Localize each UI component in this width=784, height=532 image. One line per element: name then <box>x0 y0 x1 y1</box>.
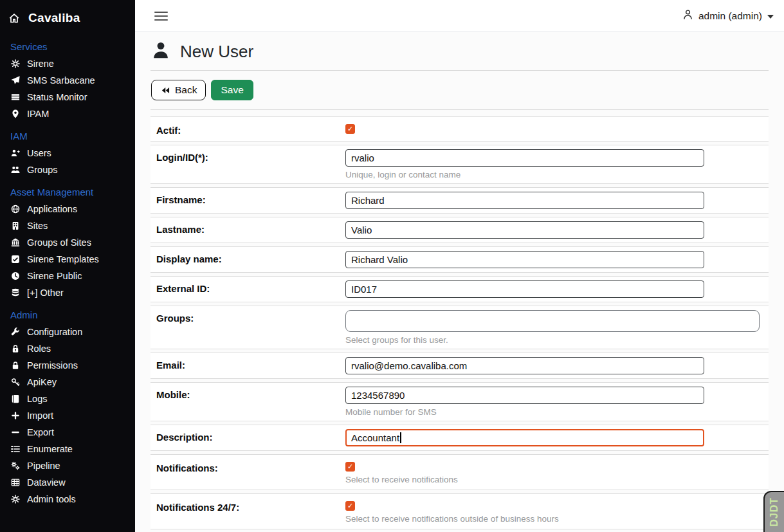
notifications-label: Notifications: <box>150 460 345 484</box>
external-id-input[interactable] <box>345 280 704 298</box>
actif-label: Actif: <box>150 122 345 136</box>
sidebar-item-label: Status Monitor <box>27 92 87 102</box>
notifications-24-7-label: Notifications 24/7: <box>150 499 345 524</box>
sidebar-item-logs[interactable]: Logs <box>0 390 135 407</box>
login-id-input[interactable] <box>345 149 704 167</box>
menu-icon[interactable] <box>153 9 169 23</box>
sidebar-item-sirene[interactable]: Sirene <box>0 55 135 72</box>
person-icon <box>682 9 693 23</box>
groups-select[interactable] <box>345 310 760 332</box>
sidebar-item-enumerate[interactable]: Enumerate <box>0 441 135 457</box>
display-name-input[interactable] <box>345 251 704 268</box>
sidebar-item-sites[interactable]: Sites <box>0 217 135 234</box>
description-input[interactable]: Accountant <box>345 429 704 446</box>
sidebar: Cavaliba ServicesSireneSMS SarbacaneStat… <box>0 0 135 532</box>
page-title: New User <box>180 42 253 62</box>
groups-label: Groups: <box>150 310 345 345</box>
main-content: New User Back Save Actif:✓Login/ID(*):Un… <box>135 32 784 532</box>
sidebar-section-title: Admin <box>0 301 135 324</box>
globe-icon <box>10 205 21 214</box>
map-pin-icon <box>10 109 21 119</box>
sidebar-item-label: Sirene <box>27 59 54 69</box>
external-id-label: External ID: <box>150 280 345 298</box>
sidebar-item-permissions[interactable]: Permissions <box>0 357 135 374</box>
caret-down-icon <box>767 15 774 19</box>
key-icon <box>10 378 21 387</box>
sidebar-item-applications[interactable]: Applications <box>0 201 135 217</box>
sidebar-item-groups[interactable]: Groups <box>0 161 135 178</box>
sidebar-item-label: Sirene Public <box>27 271 82 281</box>
sidebar-item-export[interactable]: Export <box>0 424 135 441</box>
sidebar-item-sirene-public[interactable]: Sirene Public <box>0 268 135 284</box>
user-label: admin (admin) <box>698 10 762 22</box>
sidebar-item-apikey[interactable]: ApiKey <box>0 374 135 390</box>
book-icon <box>10 394 21 404</box>
mobile-label: Mobile: <box>150 387 345 417</box>
sidebar-item-status-monitor[interactable]: Status Monitor <box>0 89 135 105</box>
sidebar-item-sms-sarbacane[interactable]: SMS Sarbacane <box>0 72 135 89</box>
sidebar-section-title: Asset Management <box>0 178 135 201</box>
gear-icon <box>10 59 21 69</box>
email-input[interactable] <box>345 357 704 374</box>
form-row-actif: Actif:✓ <box>150 116 769 142</box>
sidebar-item-label: Export <box>27 427 54 437</box>
sidebar-item-admin-tools[interactable]: Admin tools <box>0 491 135 508</box>
form-row-mobile: Mobile:Mobile number for SMS <box>150 382 769 421</box>
sidebar-item-label: IPAM <box>27 109 49 119</box>
minus-icon <box>10 428 21 437</box>
form-row-email: Email: <box>150 353 769 379</box>
sidebar-item-import[interactable]: Import <box>0 407 135 424</box>
sidebar-item-label: Groups of Sites <box>27 237 91 248</box>
lastname-label: Lastname: <box>150 221 345 239</box>
clock-icon <box>10 271 21 281</box>
sidebar-item-users[interactable]: Users <box>0 145 135 161</box>
notifications-24-7-checkbox[interactable]: ✓ <box>345 501 355 511</box>
save-button[interactable]: Save <box>211 80 253 100</box>
display-name-label: Display name: <box>150 251 345 268</box>
wrench-icon <box>10 327 21 337</box>
actif-checkbox[interactable]: ✓ <box>345 124 355 134</box>
form-row-external-id: External ID: <box>150 276 769 302</box>
gear-icon <box>10 495 21 504</box>
list-icon <box>10 445 21 454</box>
back-button[interactable]: Back <box>151 80 206 100</box>
sidebar-item-dataview[interactable]: Dataview <box>0 474 135 491</box>
sidebar-item-configuration[interactable]: Configuration <box>0 324 135 340</box>
sidebar-item-label: Pipeline <box>27 461 60 471</box>
sidebar-item-ipam[interactable]: IPAM <box>0 105 135 122</box>
debug-toolbar-handle[interactable]: DJDT <box>763 491 784 532</box>
mobile-input[interactable] <box>345 387 704 404</box>
sidebar-item-pipeline[interactable]: Pipeline <box>0 457 135 474</box>
sidebar-item-other[interactable]: [+] Other <box>0 284 135 301</box>
cogs-icon <box>10 461 21 471</box>
check-square-icon <box>10 255 21 264</box>
paper-plane-icon <box>10 76 21 86</box>
user-menu[interactable]: admin (admin) <box>682 9 774 23</box>
sidebar-item-sirene-templates[interactable]: Sirene Templates <box>0 251 135 268</box>
sidebar-item-label: Groups <box>27 165 58 175</box>
lastname-input[interactable] <box>345 221 704 239</box>
mobile-help-text: Mobile number for SMS <box>345 407 704 417</box>
bank-icon <box>10 238 21 248</box>
database-icon <box>10 288 21 298</box>
lock-icon <box>10 361 21 371</box>
sidebar-item-label: Users <box>27 148 51 158</box>
person-fill-icon <box>152 41 170 62</box>
sidebar-item-label: Applications <box>27 204 77 214</box>
brand[interactable]: Cavaliba <box>0 0 135 33</box>
form-row-groups: Groups:Select groups for this user. <box>150 306 769 349</box>
debug-toolbar-label: DJDT <box>769 497 780 527</box>
form-row-display-name: Display name: <box>150 246 769 273</box>
notifications-checkbox[interactable]: ✓ <box>345 462 355 472</box>
sidebar-item-label: Import <box>27 410 53 421</box>
firstname-label: Firstname: <box>150 192 345 209</box>
firstname-input[interactable] <box>345 192 704 209</box>
description-value: Accountant <box>351 432 399 443</box>
sidebar-item-label: Admin tools <box>27 494 76 504</box>
form-row-notifications: Notifications:✓Select to receive notific… <box>150 454 769 490</box>
sidebar-item-groups-of-sites[interactable]: Groups of Sites <box>0 234 135 251</box>
text-cursor <box>400 432 401 443</box>
new-user-form: Actif:✓Login/ID(*):Unique, login or cont… <box>150 116 769 532</box>
sidebar-item-roles[interactable]: Roles <box>0 340 135 357</box>
home-icon <box>9 14 19 23</box>
